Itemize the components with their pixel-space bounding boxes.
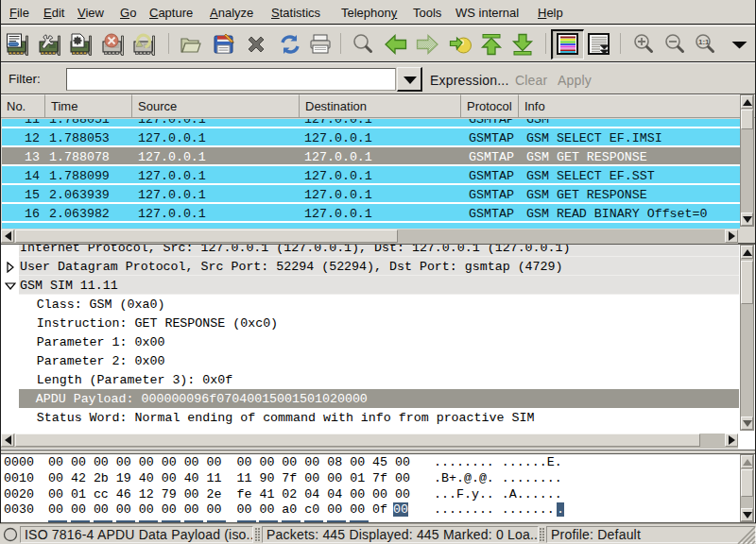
svg-text:1:1: 1:1 [698,38,710,46]
